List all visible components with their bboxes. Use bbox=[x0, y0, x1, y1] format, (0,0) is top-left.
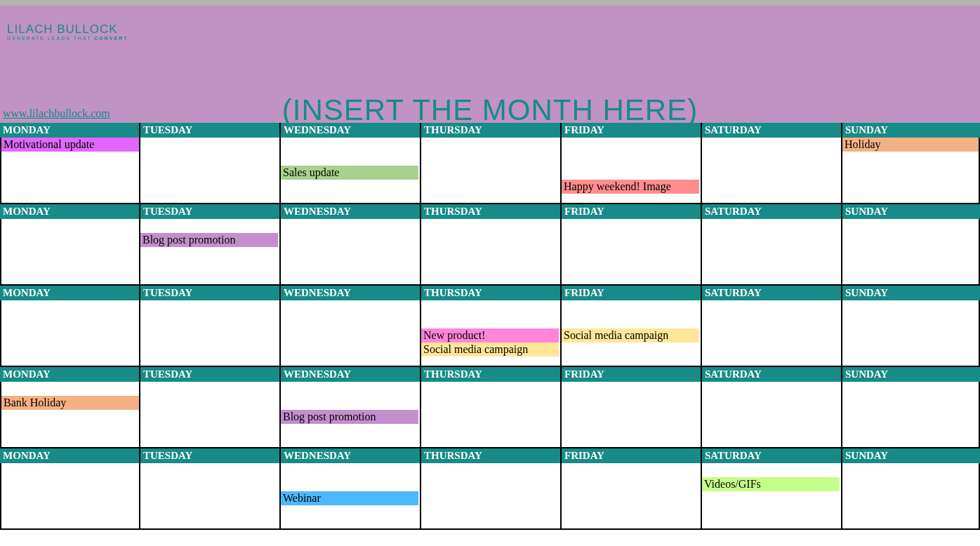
day-cell[interactable]: Webinar bbox=[281, 463, 421, 530]
day-header: MONDAY bbox=[0, 367, 140, 382]
day-cell[interactable] bbox=[562, 382, 702, 448]
brand-tagline: GENERATE LEADS THAT CONVERT bbox=[7, 36, 128, 41]
day-cell[interactable]: Happy weekend! Image bbox=[562, 138, 702, 204]
day-header: SATURDAY bbox=[702, 286, 842, 300]
month-title: (INSERT THE MONTH HERE) bbox=[0, 93, 980, 127]
calendar-event[interactable]: Webinar bbox=[281, 491, 418, 505]
day-header: WEDNESDAY bbox=[281, 448, 421, 463]
brand-tagline-a: GENERATE LEADS THAT bbox=[7, 36, 94, 41]
day-header: TUESDAY bbox=[140, 204, 281, 219]
brand-tagline-b: CONVERT bbox=[94, 36, 128, 41]
day-header: TUESDAY bbox=[140, 448, 281, 463]
day-cell[interactable] bbox=[562, 219, 702, 286]
calendar-event[interactable]: Happy weekend! Image bbox=[562, 180, 699, 194]
day-cell[interactable]: Motivational update bbox=[0, 138, 140, 204]
calendar-event[interactable]: Videos/GIFs bbox=[702, 477, 840, 491]
calendar-event[interactable]: Bank Holiday bbox=[1, 396, 139, 410]
brand-name: LILACH BULLOCK bbox=[7, 22, 128, 36]
calendar-sheet: LILACH BULLOCK GENERATE LEADS THAT CONVE… bbox=[0, 0, 980, 546]
day-cell[interactable]: Sales update bbox=[281, 138, 421, 204]
day-cell[interactable] bbox=[842, 382, 980, 448]
calendar-event[interactable]: Blog post promotion bbox=[140, 233, 278, 247]
day-header: SUNDAY bbox=[842, 286, 980, 300]
week-row: New product!Social media campaignSocial … bbox=[0, 300, 980, 367]
day-cell[interactable] bbox=[421, 463, 562, 530]
week-row: Bank HolidayBlog post promotion bbox=[0, 382, 980, 448]
calendar-event[interactable]: Sales update bbox=[281, 166, 418, 180]
week-header: MONDAYTUESDAYWEDNESDAYTHURSDAYFRIDAYSATU… bbox=[0, 367, 980, 382]
day-header: SATURDAY bbox=[702, 448, 842, 463]
day-cell[interactable] bbox=[702, 300, 842, 367]
day-header: TUESDAY bbox=[140, 286, 281, 300]
calendar-event[interactable]: Social media campaign bbox=[562, 328, 699, 342]
day-header: FRIDAY bbox=[562, 448, 702, 463]
day-cell[interactable] bbox=[140, 463, 281, 530]
day-header: SUNDAY bbox=[842, 204, 980, 219]
day-cell[interactable] bbox=[281, 300, 421, 367]
day-header: THURSDAY bbox=[421, 204, 562, 219]
brand-logo: LILACH BULLOCK GENERATE LEADS THAT CONVE… bbox=[7, 22, 128, 41]
day-header: WEDNESDAY bbox=[281, 286, 421, 300]
day-cell[interactable]: Holiday bbox=[842, 138, 980, 204]
day-cell[interactable] bbox=[421, 138, 562, 204]
calendar-grid: MONDAYTUESDAYWEDNESDAYTHURSDAYFRIDAYSATU… bbox=[0, 123, 980, 530]
day-header: THURSDAY bbox=[421, 367, 562, 382]
day-cell[interactable] bbox=[140, 300, 281, 367]
week-header: MONDAYTUESDAYWEDNESDAYTHURSDAYFRIDAYSATU… bbox=[0, 204, 980, 219]
day-cell[interactable] bbox=[421, 382, 562, 448]
day-header: THURSDAY bbox=[421, 286, 562, 300]
day-header: THURSDAY bbox=[421, 448, 562, 463]
day-header: SATURDAY bbox=[702, 367, 842, 382]
calendar-event[interactable]: Motivational update bbox=[1, 138, 139, 152]
week-header: MONDAYTUESDAYWEDNESDAYTHURSDAYFRIDAYSATU… bbox=[0, 286, 980, 300]
day-cell[interactable]: New product!Social media campaign bbox=[421, 300, 562, 367]
day-header: SUNDAY bbox=[842, 367, 980, 382]
day-header: TUESDAY bbox=[140, 367, 281, 382]
week-row: WebinarVideos/GIFs bbox=[0, 463, 980, 530]
day-header: MONDAY bbox=[0, 286, 140, 300]
day-cell[interactable] bbox=[842, 300, 980, 367]
day-cell[interactable]: Social media campaign bbox=[562, 300, 702, 367]
calendar-event[interactable]: Holiday bbox=[842, 138, 980, 152]
day-cell[interactable] bbox=[140, 138, 281, 204]
day-cell[interactable] bbox=[421, 219, 562, 286]
day-cell[interactable] bbox=[281, 219, 421, 286]
day-cell[interactable]: Bank Holiday bbox=[0, 382, 140, 448]
day-cell[interactable] bbox=[0, 219, 140, 286]
day-header: MONDAY bbox=[0, 448, 140, 463]
week-header: MONDAYTUESDAYWEDNESDAYTHURSDAYFRIDAYSATU… bbox=[0, 448, 980, 463]
day-cell[interactable] bbox=[0, 300, 140, 367]
week-row: Motivational updateSales updateHappy wee… bbox=[0, 138, 980, 204]
day-cell[interactable] bbox=[140, 382, 281, 448]
day-header: SUNDAY bbox=[842, 448, 980, 463]
day-header: FRIDAY bbox=[562, 286, 702, 300]
day-cell[interactable]: Blog post promotion bbox=[140, 219, 281, 286]
calendar-event[interactable]: Social media campaign bbox=[421, 342, 559, 357]
day-cell[interactable]: Videos/GIFs bbox=[702, 463, 842, 530]
day-cell[interactable] bbox=[842, 219, 980, 286]
day-cell[interactable] bbox=[562, 463, 702, 530]
day-header: WEDNESDAY bbox=[281, 204, 421, 219]
week-row: Blog post promotion bbox=[0, 219, 980, 286]
day-header: FRIDAY bbox=[562, 204, 702, 219]
day-cell[interactable] bbox=[702, 219, 842, 286]
day-header: FRIDAY bbox=[562, 367, 702, 382]
banner: LILACH BULLOCK GENERATE LEADS THAT CONVE… bbox=[0, 6, 980, 123]
day-cell[interactable] bbox=[842, 463, 980, 530]
day-header: MONDAY bbox=[0, 204, 140, 219]
calendar-event[interactable]: New product! bbox=[421, 328, 559, 342]
day-header: WEDNESDAY bbox=[281, 367, 421, 382]
day-cell[interactable] bbox=[702, 382, 842, 448]
day-cell[interactable]: Blog post promotion bbox=[281, 382, 421, 448]
calendar-event[interactable]: Blog post promotion bbox=[281, 410, 418, 424]
day-cell[interactable] bbox=[0, 463, 140, 530]
day-cell[interactable] bbox=[702, 138, 842, 204]
day-header: SATURDAY bbox=[702, 204, 842, 219]
